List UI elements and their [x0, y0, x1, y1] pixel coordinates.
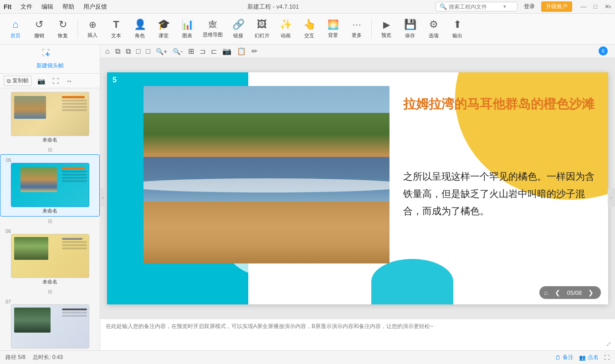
classroom-icon: 🎓 [158, 19, 170, 30]
toolbar-insert[interactable]: ⊕ 插入 [82, 15, 103, 43]
toolbar-options-label: 选项 [429, 32, 439, 39]
toolbar-bg[interactable]: 🌅 背景 [322, 15, 344, 43]
camera-btn[interactable]: 📷 [36, 76, 47, 86]
slide-num-06: 06 [5, 228, 11, 234]
search-box[interactable]: 🔍 ▾ [436, 2, 518, 11]
slide-title[interactable]: 拉姆拉湾的马耳他群岛的橙色沙滩 [403, 95, 594, 113]
sidebar-collapse-handle[interactable]: ‹ [100, 188, 106, 207]
canvas-edit-btn[interactable]: ✏ [250, 46, 259, 56]
canvas-grid-btn[interactable]: ⊞ [187, 46, 195, 56]
login-button[interactable]: 登录 [520, 2, 538, 11]
toolbar-animate[interactable]: ✨ 动画 [275, 15, 297, 43]
toolbar-link[interactable]: 🔗 链接 [227, 15, 249, 43]
thumb-img-07 [14, 308, 51, 333]
thumb-line [62, 244, 87, 246]
toolbar-interact[interactable]: 👆 交互 [298, 15, 320, 43]
canvas-rect2-btn[interactable]: □ [144, 46, 152, 56]
menu-feedback[interactable]: 用户反馈 [80, 2, 111, 12]
toolbar-home[interactable]: ⌂ 首页 [5, 15, 26, 43]
toolbar-link-label: 链接 [233, 32, 243, 39]
canvas-align2-btn[interactable]: ⊏ [210, 46, 218, 56]
points-btn[interactable]: 👥 点名 [579, 354, 599, 361]
new-frame-button[interactable]: ⛶ + 新建镜头帧 ▾ [0, 45, 100, 74]
thumb-line [62, 174, 87, 176]
beach-photo [144, 86, 390, 263]
more-icon: ⋯ [352, 19, 361, 30]
notes-expand-btn[interactable]: ⤢ [606, 340, 611, 348]
slide-item-05[interactable]: 05 未命名 [0, 154, 100, 217]
copy-frame-btn[interactable]: ⧉ 复制帧 [4, 76, 32, 86]
role-icon: 👤 [134, 19, 146, 30]
fullscreen-icon[interactable]: ⛶ [604, 354, 610, 361]
toolbar-classroom[interactable]: 🎓 课堂 [153, 15, 174, 43]
nav-prev-btn[interactable]: ❮ [552, 288, 563, 297]
slideshow-icon: 🖼 [257, 19, 267, 30]
toolbar-bg-label: 背景 [328, 32, 338, 39]
toolbar-save[interactable]: 💾 保存 [399, 15, 421, 43]
slide-body-text[interactable]: 之所以呈现这样一个罕见的橘色。一样因为含铁量高，但是缺乏了火山岩中叫暗的沙子混合… [403, 168, 594, 219]
swap-btn[interactable]: ↔ [64, 76, 74, 86]
canvas-zoomin-btn[interactable]: 🔍+ [154, 47, 169, 56]
toolbar-redo[interactable]: ↻ 恢复 [52, 15, 74, 43]
toolbar-role-label: 角色 [135, 32, 145, 39]
copy-frame-label: 复制帧 [12, 77, 29, 85]
comment-btn[interactable]: 🗒 备注 [555, 354, 574, 361]
points-label: 点名 [588, 354, 599, 361]
search-dropdown-icon[interactable]: ▾ [503, 4, 506, 10]
menu-help[interactable]: 帮助 [59, 2, 78, 12]
slide-separator-2: ⊞ [0, 217, 100, 226]
toolbar-role[interactable]: 👤 角色 [129, 15, 151, 43]
right-panel-arrow-icon: › [610, 195, 612, 200]
toolbar-text[interactable]: T 文本 [105, 15, 127, 43]
toolbar-export[interactable]: ⬆ 输出 [446, 15, 468, 43]
restore-button[interactable]: □ [592, 3, 599, 10]
toolbar-slideshow-label: 幻灯片 [255, 32, 270, 39]
toolbar-classroom-label: 课堂 [159, 32, 169, 39]
toolbar-mindmap[interactable]: 🕸 思维导图 [200, 15, 226, 43]
statusbar: 路径 5/8 总时长: 0:43 🗒 备注 👥 点名 ⛶ [0, 350, 615, 364]
separator-icon-3: ⊞ [48, 288, 52, 295]
search-icon: 🔍 [440, 3, 447, 10]
toolbar-preview-label: 预览 [381, 32, 391, 39]
canvas-clip-btn[interactable]: 📋 [236, 46, 247, 56]
canvas-body[interactable]: 5 拉姆拉湾的马耳他群岛的橙色沙滩 之所以呈现这样一个罕见的橘色。一样因为含铁量… [100, 58, 615, 318]
separator-icon: ⊞ [48, 147, 52, 153]
animate-icon: ✨ [280, 19, 292, 30]
new-frame-label: 新建镜头帧 [36, 62, 64, 70]
toolbar-options[interactable]: ⚙ 选项 [423, 15, 445, 43]
slide-item-06[interactable]: 06 未命名 [0, 226, 100, 287]
upgrade-button[interactable]: 升级账户 [541, 1, 572, 12]
canvas-copy2-btn[interactable]: ⧉ [124, 46, 132, 56]
canvas-home-btn[interactable]: ⌂ [104, 46, 111, 56]
path-info: 路径 5/8 [5, 354, 26, 361]
minimize-button[interactable]: — [579, 3, 588, 10]
canvas-align-btn[interactable]: ⊐ [198, 46, 207, 56]
thumb-line [62, 177, 87, 179]
toolbar-export-label: 输出 [452, 32, 462, 39]
toolbar-preview[interactable]: ▶ 预览 [375, 15, 397, 43]
right-panel-badge[interactable]: 6 [599, 46, 608, 56]
canvas-zoomout-btn[interactable]: 🔍- [171, 47, 184, 56]
toolbar-undo[interactable]: ↺ 撤销 [28, 15, 50, 43]
canvas-rect1-btn[interactable]: □ [135, 46, 142, 56]
nav-home-btn[interactable]: ⌂ [544, 289, 548, 296]
thumb-img-04 [14, 96, 46, 119]
fullscreen-btn[interactable]: ⛶ [51, 76, 61, 86]
search-input[interactable] [449, 4, 503, 10]
toolbar-more[interactable]: ⋯ 更多 [346, 15, 368, 43]
toolbar-chart[interactable]: 📊 图表 [176, 15, 198, 43]
options-icon: ⚙ [429, 19, 438, 30]
notes-input[interactable] [106, 323, 610, 347]
canvas-copy1-btn[interactable]: ⧉ [114, 46, 122, 56]
slide-item-04[interactable]: 未命名 [0, 90, 100, 145]
nav-next-btn[interactable]: ❯ [585, 288, 596, 297]
menu-file[interactable]: 文件 [17, 2, 36, 12]
menu-edit[interactable]: 编辑 [38, 2, 57, 12]
toolbar-slideshow[interactable]: 🖼 幻灯片 [251, 15, 273, 43]
home-icon: ⌂ [12, 19, 18, 30]
canvas-camera-btn[interactable]: 📷 [221, 46, 233, 56]
toolbar-chart-label: 图表 [182, 32, 192, 39]
right-panel-toggle[interactable]: › [608, 188, 615, 207]
slide-item-07[interactable]: 07 [0, 296, 100, 350]
thumb-line [62, 241, 87, 243]
